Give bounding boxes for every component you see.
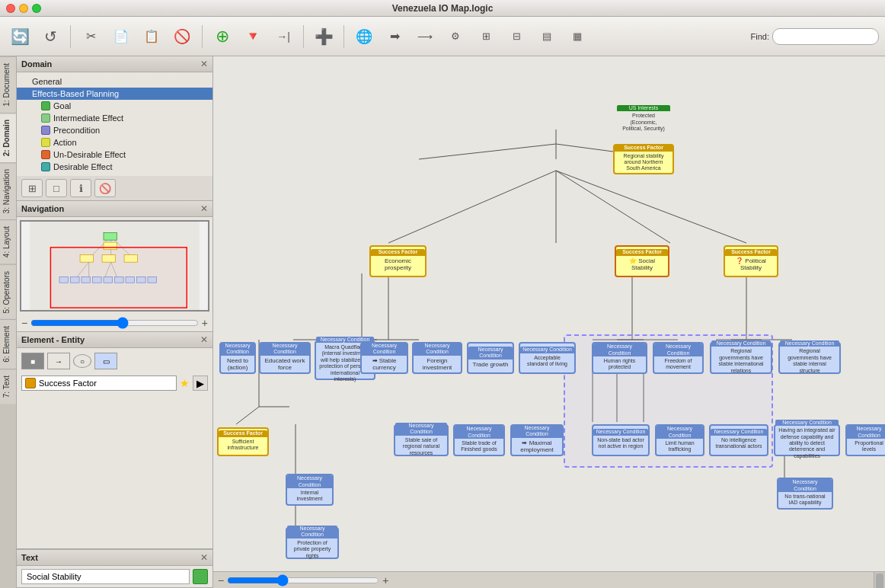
- zoom-plus[interactable]: +: [202, 317, 208, 329]
- close-button[interactable]: [6, 4, 15, 13]
- node-nonstate-actor[interactable]: Necessary Condition Non-state bad actor …: [592, 424, 650, 456]
- navigation-close[interactable]: ✕: [200, 203, 208, 214]
- node-rg-internal[interactable]: Necessary Condition Regional governments…: [778, 342, 841, 374]
- maximize-button[interactable]: [32, 4, 41, 13]
- new-button[interactable]: 🔄: [6, 23, 34, 50]
- shape-arrow[interactable]: →: [47, 353, 70, 369]
- delete-button[interactable]: 🚫: [168, 23, 196, 50]
- globe-button[interactable]: 🌐: [350, 23, 378, 50]
- tool8-button[interactable]: ▦: [564, 23, 591, 50]
- node-label-goal: US Interests: [617, 105, 670, 111]
- scroll-thumb[interactable]: [876, 574, 883, 588]
- tool6-button[interactable]: ⊟: [503, 23, 530, 50]
- tab-layout[interactable]: 4: Layout: [0, 219, 16, 264]
- shape-other[interactable]: ▭: [94, 353, 117, 369]
- zoom-minus[interactable]: −: [21, 317, 27, 329]
- domain-precondition[interactable]: Precondition: [17, 124, 212, 136]
- domain-tool1[interactable]: ⊞: [21, 179, 43, 197]
- add2-button[interactable]: ➕: [310, 23, 337, 50]
- domain-effects-based[interactable]: Effects-Based Planning: [17, 88, 212, 100]
- node-freedom-movement[interactable]: Necessary Condition Freedom of movement: [653, 342, 704, 374]
- node-property-rights[interactable]: Necessary Condition Protection of privat…: [286, 527, 339, 559]
- element-close[interactable]: ✕: [200, 334, 208, 345]
- node-social-stability[interactable]: Success Factor ⭐ Social Stability: [615, 245, 669, 277]
- canvas-area[interactable]: US Interests Protected (Economic, Politi…: [213, 56, 885, 588]
- scroll-track[interactable]: [874, 572, 885, 588]
- domain-tool2[interactable]: □: [46, 179, 67, 197]
- tab-document[interactable]: 1: Document: [0, 56, 16, 113]
- bottom-zoom-slider[interactable]: [227, 575, 379, 586]
- nav-preview[interactable]: [20, 220, 209, 312]
- node-stable-sale[interactable]: Necessary Condition Stable sale of regio…: [394, 424, 449, 456]
- nc-label14: Necessary Condition: [512, 425, 562, 438]
- bottom-zoom-out[interactable]: −: [218, 574, 224, 586]
- node-limit-trafficking[interactable]: Necessary Condition Limit human traffick…: [655, 424, 704, 456]
- tab-element[interactable]: 6: Element: [0, 319, 16, 369]
- desirable-label: Desirable Effect: [53, 162, 112, 171]
- tool4-button[interactable]: ⚙: [442, 23, 469, 50]
- text-input[interactable]: [21, 569, 190, 584]
- tab-domain[interactable]: 2: Domain: [0, 113, 16, 162]
- node-political-stability[interactable]: Success Factor ❓ Political Stability: [724, 245, 778, 277]
- node-internal-investment[interactable]: Necessary Condition Internal investment: [286, 474, 334, 506]
- tool1-button[interactable]: 🔻: [239, 23, 267, 50]
- node-us-interests[interactable]: US Interests Protected (Economic, Politi…: [617, 102, 670, 136]
- shape-oval[interactable]: ○: [73, 354, 91, 368]
- tab-operators[interactable]: 5: Operators: [0, 264, 16, 320]
- node-no-iad[interactable]: Necessary Condition No trans-national IA…: [777, 478, 833, 510]
- svg-line-29: [556, 171, 670, 243]
- nav-zoom-slider[interactable]: [30, 318, 199, 328]
- action-dot: [41, 138, 50, 147]
- find-input[interactable]: [772, 28, 879, 45]
- node-economic-prosperity[interactable]: Success Factor Economic prosperity: [369, 245, 427, 277]
- nc-label19: Necessary Condition: [847, 426, 885, 439]
- tab-text[interactable]: 7: Text: [0, 369, 16, 404]
- node-acceptable-standard[interactable]: Necessary Condition Acceptable standard …: [519, 342, 576, 374]
- node-stable-trade[interactable]: Necessary Condition Stable trade of Fini…: [453, 424, 505, 456]
- domain-tool4[interactable]: 🚫: [94, 179, 116, 197]
- tool3-button[interactable]: ⟶: [411, 23, 439, 50]
- minimize-button[interactable]: [19, 4, 28, 13]
- shape-rect[interactable]: ■: [21, 353, 44, 369]
- arrow-button[interactable]: ➡: [381, 23, 408, 50]
- text-close[interactable]: ✕: [200, 552, 208, 563]
- refresh-button[interactable]: ↺: [37, 23, 64, 50]
- domain-desirable[interactable]: Desirable Effect: [17, 161, 212, 173]
- domain-undesirable[interactable]: Un-Desirable Effect: [17, 149, 212, 161]
- node-sufficient-infra[interactable]: Success Factor Sufficient infrastructure: [217, 427, 269, 456]
- node-need-to[interactable]: Necessary Condition Need to (action): [219, 342, 256, 374]
- paste-button[interactable]: 📋: [138, 23, 165, 50]
- node-maximal-employment[interactable]: Necessary Condition ➡ Maximal employment: [510, 424, 564, 456]
- node-rg-international[interactable]: Necessary Condition Regional governments…: [710, 342, 772, 374]
- node-trade-growth[interactable]: Necessary Condition Trade growth: [467, 342, 514, 374]
- domain-goal[interactable]: Goal: [17, 100, 212, 112]
- node-foreign-investment[interactable]: Necessary Condition Foreign investment: [412, 342, 462, 374]
- type-arrow-btn[interactable]: ▶: [193, 375, 208, 391]
- node-human-rights[interactable]: Necessary Condition Human rights protect…: [592, 342, 647, 374]
- tool5-button[interactable]: ⊞: [472, 23, 500, 50]
- element-section: Element - Entity ✕ ■ → ○ ▭ Success Facto…: [17, 332, 212, 549]
- node-regional-stability[interactable]: Success Factor Regional stability around…: [613, 144, 674, 174]
- window-controls[interactable]: [6, 4, 41, 13]
- add-button[interactable]: ⊕: [209, 23, 236, 50]
- bottom-zoom-in[interactable]: +: [382, 574, 388, 586]
- node-air-defense[interactable]: Necessary Condition Having an integrated…: [774, 424, 840, 456]
- domain-intermediate[interactable]: Intermediate Effect: [17, 112, 212, 124]
- node-stable-currency[interactable]: Necessary Condition ➡ Stable currency: [360, 342, 408, 374]
- tool2-button[interactable]: →|: [270, 23, 297, 50]
- domain-close[interactable]: ✕: [200, 59, 208, 69]
- tool7-button[interactable]: ▤: [533, 23, 561, 50]
- node-educated-workforce[interactable]: Necessary Condition Educated work force: [259, 342, 311, 374]
- domain-action[interactable]: Action: [17, 136, 212, 149]
- domain-general[interactable]: General: [17, 75, 212, 88]
- cut-button[interactable]: ✂: [77, 23, 104, 50]
- tab-navigation[interactable]: 3: Navigation: [0, 162, 16, 219]
- copy-button[interactable]: 📄: [107, 23, 135, 50]
- general-label: General: [32, 77, 62, 86]
- domain-tool3[interactable]: ℹ: [70, 179, 91, 197]
- node-proportional[interactable]: Necessary Condition Proportional levels: [845, 424, 885, 456]
- node-no-intelligence[interactable]: Necessary Condition No intelligence tran…: [709, 424, 768, 456]
- node-sf-label1: Success Factor: [615, 145, 673, 151]
- type-dropdown[interactable]: Success Factor: [21, 375, 177, 391]
- svg-line-27: [388, 171, 556, 243]
